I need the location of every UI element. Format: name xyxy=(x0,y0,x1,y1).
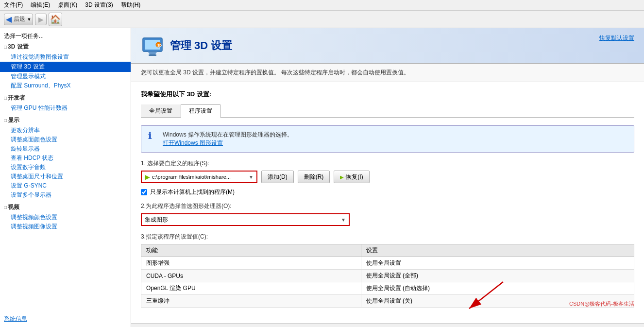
menu-file[interactable]: 文件(F) xyxy=(4,1,23,9)
sidebar-item-audio[interactable]: 设置数字音频 xyxy=(0,163,131,172)
step2-row: 集成图形 ▼ xyxy=(141,213,634,226)
dropdown-icon: ▼ xyxy=(249,174,254,180)
page-title: 管理 3D 设置 xyxy=(170,38,232,53)
sidebar-item-surround[interactable]: 配置 Surround、PhysX xyxy=(0,81,131,90)
back-label: 后退 xyxy=(14,15,25,23)
setting-cell: 使用全局设置 xyxy=(361,257,634,270)
menu-desktop[interactable]: 桌面(K) xyxy=(58,1,77,9)
sidebar: 选择一项任务... □ 3D 设置 通过视觉调整图像设置 管理 3D 设置 管理… xyxy=(0,28,131,327)
forward-icon: ▶ xyxy=(38,16,44,23)
step1-row: ▶ c:\program files\mi\aiot\mishare... ▼ … xyxy=(141,171,634,183)
home-button[interactable]: 🏠 xyxy=(49,13,62,26)
info-icon: ℹ xyxy=(148,131,158,141)
sidebar-item-video-image[interactable]: 调整视频图像设置 xyxy=(0,222,131,231)
checkbox-label: 只显示本计算机上找到的程序(M) xyxy=(150,188,235,196)
col-feature: 功能 xyxy=(141,244,361,257)
program-value: c:\program files\mi\aiot\mishare... xyxy=(152,174,231,180)
minus-icon-dev: □ xyxy=(4,95,7,101)
menubar: 文件(F) 编辑(E) 桌面(K) 3D 设置(3) 帮助(H) xyxy=(0,0,644,11)
feature-cell: 图形增强 xyxy=(141,257,361,270)
sidebar-item-gsync[interactable]: 设置 G-SYNC xyxy=(0,181,131,190)
main-layout: 选择一项任务... □ 3D 设置 通过视觉调整图像设置 管理 3D 设置 管理… xyxy=(0,28,644,327)
header-icon: 3D xyxy=(141,34,164,57)
info-box: ℹ Windows 操作系统现在在管理图形处理器的选择。 打开Windows 图… xyxy=(141,125,634,153)
sidebar-item-color[interactable]: 调整桌面颜色设置 xyxy=(0,135,131,144)
content-area: 3D 管理 3D 设置 快复默认设置 您可以更改全局 3D 设置，并建立特定程序… xyxy=(131,28,644,327)
toolbar: ◀ 后退 ▼ ▶ 🏠 xyxy=(0,11,644,28)
sidebar-item-hdcp[interactable]: 查看 HDCP 状态 xyxy=(0,154,131,163)
restore-defaults-button[interactable]: 快复默认设置 xyxy=(599,34,634,42)
menu-3d-settings[interactable]: 3D 设置(3) xyxy=(85,1,113,9)
menu-help[interactable]: 帮助(H) xyxy=(121,1,141,9)
step3-label: 3.指定该程序的设置值(C): xyxy=(141,233,634,241)
sidebar-section-3d: □ 3D 设置 xyxy=(0,41,131,52)
table-row[interactable]: OpenGL 渲染 GPU 使用全局设置 (自动选择) xyxy=(141,282,634,295)
feature-cell: OpenGL 渲染 GPU xyxy=(141,282,361,295)
nvidia-icon: ▶ xyxy=(145,173,150,181)
processor-value: 集成图形 xyxy=(145,216,168,224)
table-row[interactable]: CUDA - GPUs 使用全局设置 (全部) xyxy=(141,270,634,282)
step1-label: 1. 选择要自定义的程序(S): xyxy=(141,159,634,168)
program-select[interactable]: ▶ c:\program files\mi\aiot\mishare... ▼ xyxy=(141,171,257,183)
checkbox-row: 只显示本计算机上找到的程序(M) xyxy=(141,188,634,196)
sidebar-item-video-color[interactable]: 调整视频颜色设置 xyxy=(0,213,131,222)
table-row[interactable]: 三重缓冲 使用全局设置 (关) xyxy=(141,295,634,308)
sidebar-section-dev: □ 开发者 xyxy=(0,92,131,103)
settings-table: 功能 设置 图形增强 使用全局设置 CUDA - GPUs 使用全局设置 (全部… xyxy=(141,244,634,308)
table-row[interactable]: 图形增强 使用全局设置 xyxy=(141,257,634,270)
bottom-bar: 应用(A) 取消 xyxy=(131,323,644,327)
sidebar-item-display-mode[interactable]: 管理显示模式 xyxy=(0,72,131,81)
section-title: 我希望使用以下 3D 设置: xyxy=(141,90,634,99)
svg-text:3D: 3D xyxy=(157,44,162,47)
minus-icon-video: □ xyxy=(4,205,7,210)
sidebar-item-manage3d[interactable]: 管理 3D 设置 xyxy=(0,62,131,72)
processor-dropdown-icon: ▼ xyxy=(341,217,346,223)
tab-bar: 全局设置 程序设置 xyxy=(141,104,634,118)
sidebar-item-desktop-size[interactable]: 调整桌面尺寸和位置 xyxy=(0,172,131,181)
sidebar-item-visual[interactable]: 通过视觉调整图像设置 xyxy=(0,52,131,62)
tab-program[interactable]: 程序设置 xyxy=(181,104,220,118)
back-icon: ◀ xyxy=(6,15,12,24)
nvidia-small-icon: ▶ xyxy=(340,174,344,180)
feature-cell: 三重缓冲 xyxy=(141,295,361,308)
sidebar-section-display: □ 显示 xyxy=(0,115,131,126)
content-header: 3D 管理 3D 设置 快复默认设置 xyxy=(131,28,644,64)
add-button[interactable]: 添加(D) xyxy=(261,171,294,183)
tab-global[interactable]: 全局设置 xyxy=(141,104,181,117)
restore-button[interactable]: ▶ 恢复(I) xyxy=(334,171,369,183)
forward-button[interactable]: ▶ xyxy=(35,14,47,25)
system-info-link[interactable]: 系统信息 xyxy=(4,315,27,323)
feature-cell: CUDA - GPUs xyxy=(141,270,361,282)
show-only-checkbox[interactable] xyxy=(141,189,147,195)
watermark: CSDN@极客代码-极客生活 xyxy=(569,300,634,308)
content-body: 我希望使用以下 3D 设置: 全局设置 程序设置 ℹ Windows 操作系统现… xyxy=(131,82,644,315)
minus-icon-3d: □ xyxy=(4,44,7,50)
delete-button[interactable]: 删除(R) xyxy=(298,171,330,183)
sidebar-section-video: □ 视频 xyxy=(0,202,131,213)
col-setting: 设置 xyxy=(361,244,634,257)
sidebar-item-rotate[interactable]: 旋转显示器 xyxy=(0,144,131,154)
content-description: 您可以更改全局 3D 设置，并建立特定程序的置换值。 每次这些特定程序启动时，都… xyxy=(131,64,644,82)
menu-edit[interactable]: 编辑(E) xyxy=(31,1,50,9)
setting-cell: 使用全局设置 (全部) xyxy=(361,270,634,282)
sidebar-item-resolution[interactable]: 更改分辨率 xyxy=(0,126,131,135)
home-icon: 🏠 xyxy=(50,14,61,25)
back-button[interactable]: ◀ 后退 ▼ xyxy=(4,14,33,25)
step2-label: 2.为此程序选择首选图形处理器(O): xyxy=(141,202,634,210)
sidebar-item-gpu-counter[interactable]: 管理 GPU 性能计数器 xyxy=(0,103,131,113)
minus-icon-display: □ xyxy=(4,118,7,123)
svg-rect-3 xyxy=(149,54,156,56)
processor-select[interactable]: 集成图形 ▼ xyxy=(141,213,350,226)
info-content: Windows 操作系统现在在管理图形处理器的选择。 打开Windows 图形设… xyxy=(163,131,293,147)
setting-cell: 使用全局设置 (自动选择) xyxy=(361,282,634,295)
sidebar-header: 选择一项任务... xyxy=(0,31,131,41)
dropdown-arrow-icon: ▼ xyxy=(27,17,32,22)
sidebar-item-multi-display[interactable]: 设置多个显示器 xyxy=(0,190,131,200)
windows-graphics-link[interactable]: 打开Windows 图形设置 xyxy=(163,139,223,146)
